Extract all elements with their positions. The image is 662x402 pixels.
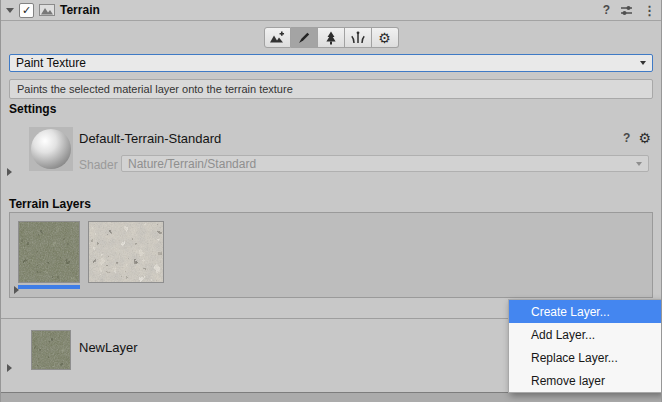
- material-gear-icon[interactable]: ⚙: [638, 131, 651, 145]
- terrain-toolbar: ⚙: [1, 27, 661, 48]
- paint-brush-icon: [296, 30, 312, 46]
- menu-item-add-layer[interactable]: Add Layer...: [509, 323, 661, 346]
- tool-terrain-settings-button[interactable]: ⚙: [372, 27, 399, 48]
- terrain-layers-panel: [9, 212, 653, 298]
- component-foldout-icon[interactable]: [6, 8, 14, 13]
- terrain-layer-thumbnail-grass[interactable]: [18, 221, 80, 283]
- neighbor-terrains-icon: [269, 30, 285, 46]
- terrain-layer-thumbnail-gravel[interactable]: [88, 221, 164, 283]
- help-icon[interactable]: ?: [603, 3, 610, 17]
- selected-layer-indicator: [18, 285, 80, 289]
- layer-context-menu: Create Layer... Add Layer... Replace Lay…: [508, 299, 662, 393]
- shader-dropdown: Nature/Terrain/Standard: [121, 155, 649, 172]
- tool-paint-trees-button[interactable]: [318, 27, 345, 48]
- shader-value: Nature/Terrain/Standard: [128, 157, 256, 171]
- newlayer-thumbnail[interactable]: [31, 330, 71, 370]
- layers-panel-foldout-icon[interactable]: [14, 286, 19, 294]
- shader-label: Shader: [79, 158, 118, 172]
- tool-button-group: ⚙: [264, 27, 399, 48]
- material-header-icons: ? ⚙: [623, 131, 651, 145]
- component-header: ✓ Terrain ? ⋮: [1, 0, 661, 21]
- menu-item-remove-layer[interactable]: Remove layer: [509, 369, 661, 392]
- newlayer-name: NewLayer: [79, 340, 138, 355]
- component-enabled-checkbox[interactable]: ✓: [19, 3, 34, 18]
- footer-strip: [1, 393, 661, 402]
- kebab-menu-icon[interactable]: ⋮: [643, 3, 656, 18]
- material-name: Default-Terrain-Standard: [79, 131, 221, 146]
- paint-mode-value: Paint Texture: [16, 56, 86, 70]
- gear-icon: ⚙: [378, 31, 391, 45]
- tree-icon: [323, 30, 339, 46]
- component-title: Terrain: [60, 3, 100, 17]
- terrain-layers-section-label: Terrain Layers: [9, 197, 91, 211]
- help-box-text: Paints the selected material layer onto …: [17, 83, 293, 95]
- material-preview-sphere: [31, 129, 71, 169]
- terrain-icon: [39, 2, 55, 18]
- menu-item-create-layer[interactable]: Create Layer...: [509, 300, 661, 323]
- menu-item-replace-layer[interactable]: Replace Layer...: [509, 346, 661, 369]
- presets-icon[interactable]: [619, 3, 634, 18]
- header-icons: ? ⋮: [603, 3, 656, 18]
- newlayer-foldout-icon[interactable]: [7, 364, 12, 372]
- settings-section-label: Settings: [9, 102, 56, 116]
- chevron-down-icon: [640, 61, 646, 65]
- tool-paint-terrain-button[interactable]: [291, 27, 318, 48]
- tool-create-neighbor-terrains-button[interactable]: [264, 27, 291, 48]
- material-foldout-icon[interactable]: [7, 168, 12, 176]
- paint-mode-dropdown[interactable]: Paint Texture: [9, 54, 653, 72]
- details-grass-icon: [350, 30, 366, 46]
- help-box: Paints the selected material layer onto …: [9, 79, 653, 99]
- tool-paint-details-button[interactable]: [345, 27, 372, 48]
- material-help-icon[interactable]: ?: [623, 131, 630, 145]
- material-preview[interactable]: [29, 127, 73, 171]
- terrain-inspector: ✓ Terrain ? ⋮: [0, 0, 662, 402]
- chevron-down-icon: [636, 162, 642, 166]
